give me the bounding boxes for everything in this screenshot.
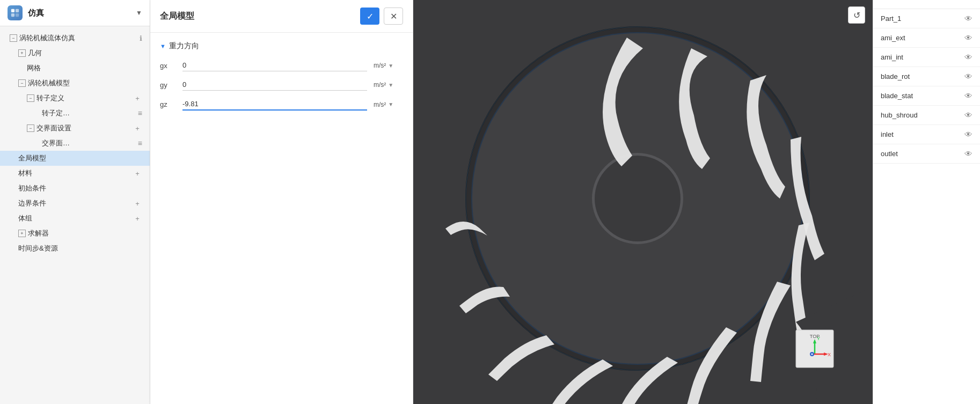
sidebar-item-solver[interactable]: + 求解器 bbox=[0, 226, 150, 241]
add-rotor-button[interactable]: + bbox=[133, 93, 142, 103]
modal-title: 全局模型 bbox=[160, 11, 360, 22]
field-input-wrap-gz bbox=[182, 98, 367, 111]
item-label: Part_1 bbox=[881, 14, 960, 23]
field-row-gz: gz m/s² ▼ bbox=[160, 98, 403, 111]
svg-rect-3 bbox=[16, 13, 19, 17]
tree-label: 涡轮机械模型 bbox=[28, 78, 142, 88]
add-boundary-button[interactable]: + bbox=[133, 199, 142, 208]
sidebar-item-boundary-condition[interactable]: 边界条件 + bbox=[0, 196, 150, 211]
sidebar-header: 仿真 ▼ bbox=[0, 0, 150, 26]
section-arrow-icon: ▼ bbox=[160, 43, 166, 49]
gravity-section-toggle[interactable]: ▼ 重力方向 bbox=[160, 41, 403, 51]
modal-close-button[interactable]: ✕ bbox=[384, 8, 403, 25]
tree-label: 交界面设置 bbox=[36, 123, 130, 133]
sidebar-item-interface-item[interactable]: 交界面… ≡ bbox=[0, 136, 150, 151]
add-material-button[interactable]: + bbox=[133, 168, 142, 178]
svg-point-11 bbox=[595, 156, 681, 241]
visibility-icon[interactable]: 👁 bbox=[964, 14, 972, 23]
tree-label: 交界面… bbox=[42, 138, 136, 148]
right-panel-item-blade_rot[interactable]: blade_rot 👁 bbox=[873, 67, 980, 86]
unit-dropdown-icon[interactable]: ▼ bbox=[388, 101, 393, 107]
tree-label: 几何 bbox=[28, 48, 142, 58]
sidebar-item-material[interactable]: 材料 + bbox=[0, 166, 150, 181]
viewport[interactable]: TOP Y X ↺ bbox=[413, 0, 873, 404]
toggle-plus-icon[interactable]: + bbox=[18, 49, 26, 57]
right-panel-item-hub_shroud[interactable]: hub_shroud 👁 bbox=[873, 106, 980, 125]
axis-indicator-group: TOP Y X bbox=[796, 330, 833, 368]
toggle-plus-icon[interactable]: + bbox=[18, 230, 26, 237]
sidebar-item-geometry[interactable]: + 几何 bbox=[0, 46, 150, 61]
sidebar-item-rotor-def[interactable]: − 转子定义 + bbox=[0, 91, 150, 106]
field-label-gy: gy bbox=[160, 81, 176, 89]
right-panel: Part_1 👁 ami_ext 👁 ami_int 👁 blade_rot 👁… bbox=[873, 0, 980, 404]
menu-icon[interactable]: ≡ bbox=[138, 139, 142, 148]
modal-panel: 全局模型 ✓ ✕ ▼ 重力方向 gx m/s² ▼ gy m/s² bbox=[150, 0, 413, 404]
item-label: outlet bbox=[881, 150, 960, 158]
modal-body: ▼ 重力方向 gx m/s² ▼ gy m/s² ▼ bbox=[150, 33, 413, 127]
svg-rect-1 bbox=[16, 9, 19, 12]
field-input-wrap-gx bbox=[182, 60, 367, 71]
field-input-wrap-gy bbox=[182, 79, 367, 91]
right-panel-item-ami_ext[interactable]: ami_ext 👁 bbox=[873, 28, 980, 48]
tree: − 涡轮机械流体仿真 ℹ + 几何 网格 − 涡轮机械模型 − 转子定义 + bbox=[0, 26, 150, 260]
modal-confirm-button[interactable]: ✓ bbox=[360, 8, 379, 25]
add-body-group-button[interactable]: + bbox=[133, 214, 142, 223]
visibility-icon[interactable]: 👁 bbox=[964, 53, 972, 62]
sidebar-item-turbomachinery-sim[interactable]: − 涡轮机械流体仿真 ℹ bbox=[0, 31, 150, 46]
tree-label: 转子定… bbox=[42, 108, 136, 118]
sidebar-item-body-group[interactable]: 体组 + bbox=[0, 211, 150, 226]
reset-view-button[interactable]: ↺ bbox=[848, 6, 865, 24]
right-panel-item-blade_stat[interactable]: blade_stat 👁 bbox=[873, 86, 980, 106]
right-panel-items: Part_1 👁 ami_ext 👁 ami_int 👁 blade_rot 👁… bbox=[873, 9, 980, 164]
sidebar-item-initial-condition[interactable]: 初始条件 bbox=[0, 181, 150, 196]
toggle-minus-icon[interactable]: − bbox=[10, 34, 17, 42]
right-panel-item-ami_int[interactable]: ami_int 👁 bbox=[873, 48, 980, 67]
sidebar-item-timestep[interactable]: 时间步&资源 bbox=[0, 241, 150, 256]
tree-label: 网格 bbox=[27, 63, 142, 73]
svg-rect-0 bbox=[11, 9, 14, 12]
toggle-minus-icon[interactable]: − bbox=[18, 79, 26, 87]
tree-label: 体组 bbox=[18, 214, 130, 223]
warn-icon: ℹ bbox=[140, 34, 142, 42]
sidebar-item-rotor-def-item[interactable]: 转子定… ≡ bbox=[0, 106, 150, 121]
toggle-minus-icon[interactable]: − bbox=[27, 124, 34, 132]
unit-dropdown-icon[interactable]: ▼ bbox=[388, 63, 393, 69]
right-panel-item-inlet[interactable]: inlet 👁 bbox=[873, 125, 980, 144]
item-label: blade_stat bbox=[881, 92, 960, 100]
tree-label: 全局模型 bbox=[18, 153, 142, 163]
sidebar-item-mesh[interactable]: 网格 bbox=[0, 61, 150, 76]
tree-label: 时间步&资源 bbox=[18, 244, 142, 253]
modal-header: 全局模型 ✓ ✕ bbox=[150, 0, 413, 33]
sidebar-item-turbomachinery-model[interactable]: − 涡轮机械模型 bbox=[0, 76, 150, 91]
item-label: ami_ext bbox=[881, 34, 960, 42]
sidebar: 仿真 ▼ − 涡轮机械流体仿真 ℹ + 几何 网格 − 涡轮机械模型 bbox=[0, 0, 150, 404]
sidebar-item-global-model[interactable]: 全局模型 bbox=[0, 151, 150, 166]
visibility-icon[interactable]: 👁 bbox=[964, 91, 972, 100]
visibility-icon[interactable]: 👁 bbox=[964, 130, 972, 139]
field-input-gx[interactable] bbox=[182, 60, 367, 71]
add-interface-button[interactable]: + bbox=[133, 123, 142, 133]
field-label-gx: gx bbox=[160, 62, 176, 70]
section-label: 重力方向 bbox=[169, 41, 199, 51]
tree-label: 涡轮机械流体仿真 bbox=[19, 33, 137, 43]
sidebar-collapse-icon[interactable]: ▼ bbox=[136, 9, 142, 17]
svg-rect-2 bbox=[11, 13, 14, 17]
visibility-icon[interactable]: 👁 bbox=[964, 111, 972, 120]
visibility-icon[interactable]: 👁 bbox=[964, 149, 972, 158]
menu-icon[interactable]: ≡ bbox=[138, 109, 142, 117]
field-unit-gy: m/s² ▼ bbox=[374, 81, 403, 89]
unit-dropdown-icon[interactable]: ▼ bbox=[388, 82, 393, 88]
sidebar-item-interface-setting[interactable]: − 交界面设置 + bbox=[0, 121, 150, 136]
visibility-icon[interactable]: 👁 bbox=[964, 33, 972, 42]
right-panel-item-Part_1[interactable]: Part_1 👁 bbox=[873, 9, 980, 28]
item-label: blade_rot bbox=[881, 72, 960, 80]
item-label: ami_int bbox=[881, 53, 960, 61]
right-panel-toolbar bbox=[873, 0, 980, 9]
toggle-minus-icon[interactable]: − bbox=[27, 94, 34, 102]
visibility-icon[interactable]: 👁 bbox=[964, 72, 972, 81]
field-input-gy[interactable] bbox=[182, 79, 367, 91]
field-unit-gx: m/s² ▼ bbox=[374, 62, 403, 69]
right-panel-item-outlet[interactable]: outlet 👁 bbox=[873, 144, 980, 164]
field-input-gz[interactable] bbox=[182, 98, 367, 111]
svg-text:X: X bbox=[828, 352, 831, 357]
